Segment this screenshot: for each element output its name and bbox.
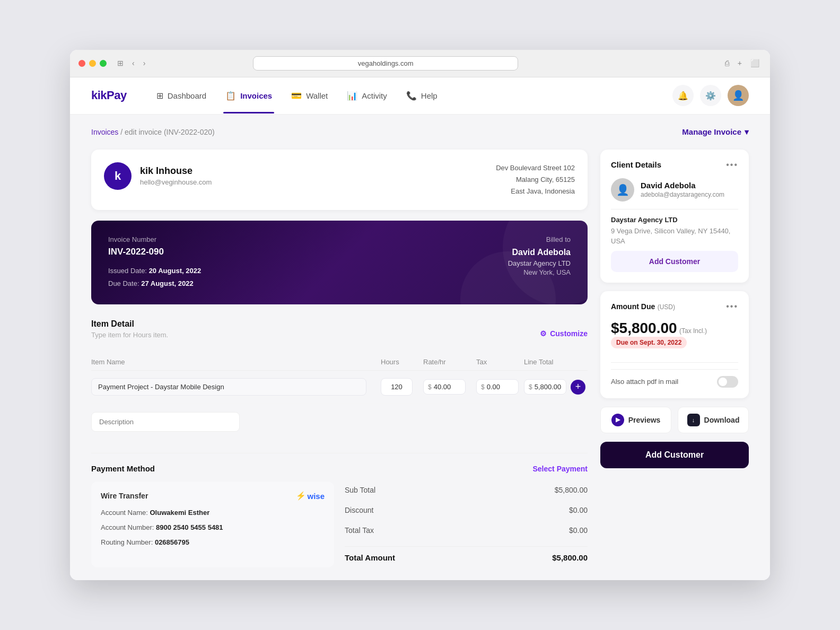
select-payment-button[interactable]: Select Payment <box>533 465 588 473</box>
share-button[interactable]: ⎙ <box>723 58 731 68</box>
amount-more-button[interactable]: ••• <box>726 302 738 311</box>
wire-lightning: ⚡ <box>296 491 306 501</box>
activity-icon: 📊 <box>347 91 357 101</box>
invoices-icon: 📋 <box>225 91 236 101</box>
col-tax: Tax <box>476 358 524 366</box>
add-customer-primary-button[interactable]: Add Customer <box>600 442 749 468</box>
col-total: Line Total <box>524 358 588 366</box>
customize-label: Customize <box>550 329 588 338</box>
maximize-button[interactable] <box>100 60 107 67</box>
divider <box>611 209 738 209</box>
breadcrumb-parent[interactable]: Invoices <box>91 128 118 136</box>
attach-pdf-toggle[interactable] <box>717 376 738 388</box>
minimize-button[interactable] <box>89 60 96 67</box>
payment-method-title: Payment Method <box>91 464 155 473</box>
add-row-button[interactable]: + <box>571 380 585 395</box>
notifications-button[interactable]: 🔔 <box>672 85 694 106</box>
nav-item-wallet[interactable]: 💳 Wallet <box>283 86 336 105</box>
account-number-label: Account Number: <box>101 523 154 531</box>
amount-card-header: Amount Due (USD) ••• <box>611 302 738 311</box>
invoice-number-label: Invoice Number <box>108 235 201 243</box>
customize-button[interactable]: ⚙ Customize <box>540 329 588 338</box>
customize-icon: ⚙ <box>540 329 547 338</box>
address-line2: Malang City, 65125 <box>496 174 575 186</box>
totals-section: Sub Total $5,800.00 Discount $0.00 Total… <box>345 482 588 567</box>
client-info: 👤 David Adebola adebola@daystaragency.co… <box>611 178 738 202</box>
rate-input[interactable] <box>434 383 460 391</box>
nav-item-dashboard[interactable]: ⊞ Dashboard <box>148 86 215 105</box>
total-input[interactable] <box>535 383 561 391</box>
user-avatar[interactable]: 👤 <box>728 85 749 106</box>
address-bar[interactable]: vegaholdings.com <box>253 56 518 71</box>
breadcrumb-row: Invoices / edit invoice (INV-2022-020) M… <box>91 127 749 137</box>
payment-section: Payment Method Select Payment Wire Trans… <box>91 453 588 567</box>
sidebar-toggle[interactable]: ⊞ <box>115 58 126 68</box>
hours-input[interactable] <box>381 378 413 396</box>
nav-item-activity[interactable]: 📊 Activity <box>338 86 396 105</box>
invoice-number: INV-2022-090 <box>108 247 201 257</box>
company-left: k kik Inhouse hello@veginhouse.com <box>104 162 212 190</box>
routing-value: 026856795 <box>155 538 189 546</box>
table-row: $ $ $ <box>91 371 588 404</box>
total-input-wrap: $ <box>524 379 566 395</box>
client-more-button[interactable]: ••• <box>726 160 738 170</box>
chevron-down-icon: ▾ <box>745 127 749 137</box>
amount-value: $5,800.00 <box>611 320 677 336</box>
company-logo: k <box>104 162 132 190</box>
subtotal-row: Sub Total $5,800.00 <box>345 486 588 500</box>
nav-label-help: Help <box>421 91 438 100</box>
billed-company: Daystar Agency LTD <box>508 259 571 267</box>
nav-item-help[interactable]: 📞 Help <box>398 86 446 105</box>
wise-logo-text: wise <box>307 492 325 501</box>
breadcrumb-current: edit invoice (INV-2022-020) <box>125 128 215 136</box>
forward-button[interactable]: › <box>141 58 148 68</box>
settings-button[interactable]: ⚙️ <box>700 85 721 106</box>
attach-pdf-label: Also attach pdf in mail <box>611 378 678 386</box>
nav-item-invoices[interactable]: 📋 Invoices <box>217 86 281 105</box>
discount-value: $0.00 <box>569 506 588 514</box>
rate-currency: $ <box>428 383 432 391</box>
preview-button[interactable]: ▶ Previews <box>600 407 671 433</box>
col-hours: Hours <box>381 358 423 366</box>
manage-invoice-label: Manage Invoice <box>682 127 741 136</box>
client-card-header: Client Details ••• <box>611 160 738 170</box>
due-label: Due Date: <box>108 279 139 287</box>
section-subtitle: Type item for Hours item. <box>91 331 168 339</box>
breadcrumb: Invoices / edit invoice (INV-2022-020) <box>91 128 215 136</box>
amount-value-row: $5,800.00 (Tax Incl.) <box>611 320 738 337</box>
client-company: Daystar Agency LTD <box>611 216 738 224</box>
close-button[interactable] <box>78 60 85 67</box>
invoice-banner: Invoice Number INV-2022-090 Issued Date:… <box>91 221 588 304</box>
tax-input[interactable] <box>487 383 513 391</box>
due-badge: Due on Sept. 30, 2022 <box>611 337 687 348</box>
new-tab-button[interactable]: + <box>736 58 744 68</box>
browser-actions: ⎙ + ⬜ <box>723 58 762 68</box>
company-email: hello@veginhouse.com <box>140 178 212 186</box>
issued-date: 20 August, 2022 <box>149 267 202 275</box>
amount-divider <box>611 362 738 363</box>
wallet-icon: 💳 <box>291 91 302 101</box>
manage-invoice-button[interactable]: Manage Invoice ▾ <box>682 127 749 137</box>
wire-header: Wire Transfer ⚡ wise <box>101 491 325 501</box>
amount-card-title: Amount Due (USD) <box>611 302 675 311</box>
nav-label-dashboard: Dashboard <box>168 91 206 100</box>
address-line1: Dev Boulevard Street 102 <box>496 162 575 174</box>
client-name: David Adebola <box>641 181 724 190</box>
help-icon: 📞 <box>406 91 417 101</box>
tab-overview-button[interactable]: ⬜ <box>748 58 762 68</box>
traffic-lights <box>78 60 107 67</box>
back-button[interactable]: ‹ <box>130 58 137 68</box>
address-line3: East Java, Indonesia <box>496 186 575 197</box>
attach-pdf-row: Also attach pdf in mail <box>611 369 738 388</box>
add-customer-button-secondary[interactable]: Add Customer <box>611 251 738 272</box>
browser-chrome: ⊞ ‹ › vegaholdings.com ⎙ + ⬜ <box>70 50 770 77</box>
due-date: 27 August, 2022 <box>141 279 194 287</box>
tax-label: Total Tax <box>345 526 374 535</box>
download-button[interactable]: ↓ Download <box>678 407 749 433</box>
app-container: kikPay ⊞ Dashboard 📋 Invoices 💳 Wallet 📊… <box>70 77 770 580</box>
nav-items: ⊞ Dashboard 📋 Invoices 💳 Wallet 📊 Activi… <box>148 86 672 105</box>
item-name-input[interactable] <box>91 378 366 396</box>
description-input[interactable] <box>91 412 240 432</box>
invoice-dates: Issued Date: 20 August, 2022 Due Date: 2… <box>108 265 201 290</box>
tax-currency: $ <box>481 383 485 391</box>
